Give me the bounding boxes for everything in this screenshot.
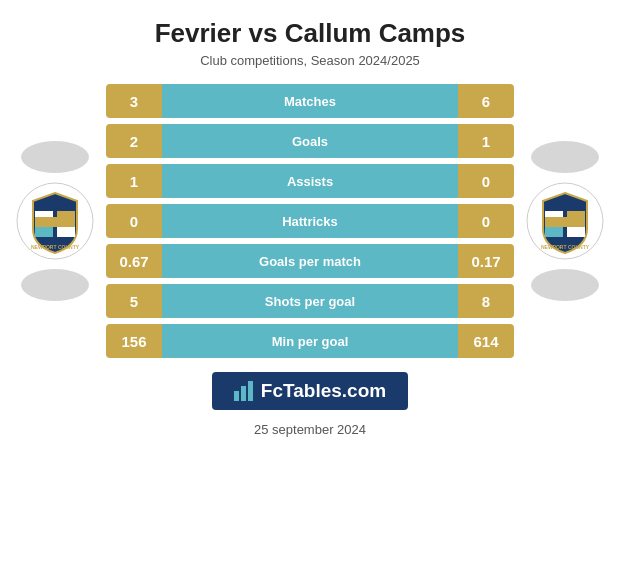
stat-right-value-4: 0.17 — [458, 244, 514, 278]
svg-rect-5 — [57, 227, 75, 237]
stat-row-3: 0Hattricks0 — [106, 204, 514, 238]
svg-text:NEWPORT COUNTY: NEWPORT COUNTY — [31, 244, 80, 250]
right-crest-svg: NEWPORT COUNTY — [525, 181, 605, 261]
date-footer: 25 september 2024 — [254, 422, 366, 437]
stat-right-value-0: 6 — [458, 84, 514, 118]
svg-rect-12 — [567, 227, 585, 237]
right-ellipse-top — [531, 141, 599, 173]
left-ellipse-bottom — [21, 269, 89, 301]
svg-text:NEWPORT COUNTY: NEWPORT COUNTY — [541, 244, 590, 250]
stat-label-4: Goals per match — [162, 244, 458, 278]
stats-table: 3Matches62Goals11Assists00Hattricks00.67… — [100, 84, 520, 358]
stat-left-value-1: 2 — [106, 124, 162, 158]
svg-rect-1 — [35, 217, 75, 227]
fctables-banner: FcTables.com — [212, 372, 408, 410]
stat-label-6: Min per goal — [162, 324, 458, 358]
right-ellipse-bottom — [531, 269, 599, 301]
left-crest-svg: NEWPORT COUNTY — [15, 181, 95, 261]
stat-right-value-2: 0 — [458, 164, 514, 198]
stat-right-value-6: 614 — [458, 324, 514, 358]
banner-text: FcTables.com — [261, 380, 386, 402]
stat-left-value-3: 0 — [106, 204, 162, 238]
stat-row-6: 156Min per goal614 — [106, 324, 514, 358]
svg-rect-8 — [545, 217, 585, 227]
stat-label-1: Goals — [162, 124, 458, 158]
stat-label-5: Shots per goal — [162, 284, 458, 318]
comparison-section: NEWPORT COUNTY 3Matches62Goals11Assists0… — [0, 84, 620, 358]
subtitle: Club competitions, Season 2024/2025 — [200, 53, 420, 68]
stat-label-3: Hattricks — [162, 204, 458, 238]
stat-label-0: Matches — [162, 84, 458, 118]
stat-row-4: 0.67Goals per match0.17 — [106, 244, 514, 278]
stat-left-value-5: 5 — [106, 284, 162, 318]
svg-rect-2 — [35, 211, 53, 217]
svg-rect-3 — [57, 211, 75, 217]
stat-row-0: 3Matches6 — [106, 84, 514, 118]
stat-right-value-1: 1 — [458, 124, 514, 158]
stat-left-value-2: 1 — [106, 164, 162, 198]
left-club-badge: NEWPORT COUNTY — [10, 111, 100, 331]
svg-rect-4 — [35, 227, 53, 237]
svg-rect-10 — [567, 211, 585, 217]
svg-rect-9 — [545, 211, 563, 217]
stat-left-value-4: 0.67 — [106, 244, 162, 278]
stat-row-2: 1Assists0 — [106, 164, 514, 198]
right-club-badge: NEWPORT COUNTY — [520, 111, 610, 331]
page-title: Fevrier vs Callum Camps — [155, 18, 466, 49]
stat-row-1: 2Goals1 — [106, 124, 514, 158]
stat-label-2: Assists — [162, 164, 458, 198]
svg-rect-11 — [545, 227, 563, 237]
stat-left-value-0: 3 — [106, 84, 162, 118]
left-ellipse-top — [21, 141, 89, 173]
stat-right-value-3: 0 — [458, 204, 514, 238]
stat-right-value-5: 8 — [458, 284, 514, 318]
chart-icon — [234, 381, 253, 401]
stat-row-5: 5Shots per goal8 — [106, 284, 514, 318]
stat-left-value-6: 156 — [106, 324, 162, 358]
